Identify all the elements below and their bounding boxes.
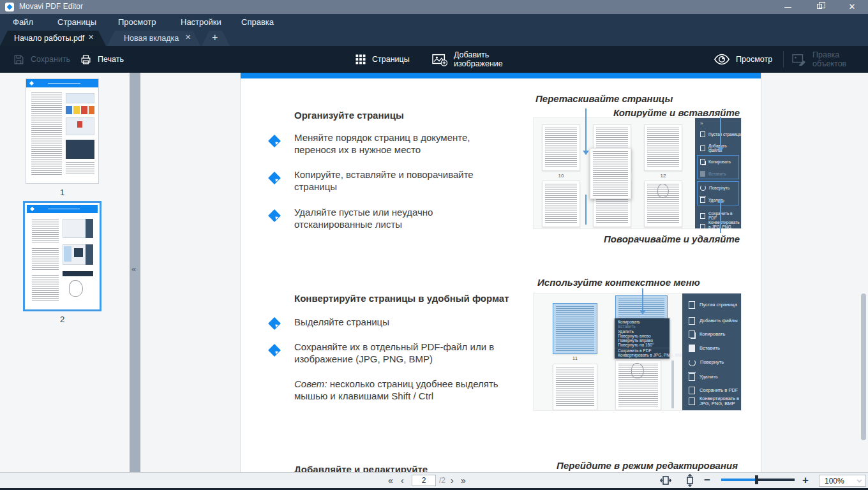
tab-document-close-icon[interactable]: ✕ <box>88 33 94 41</box>
vertical-scrollbar[interactable] <box>861 293 866 440</box>
screenshot-pages-manager: 10 11 12 16 17 18 » Пустая страница Доба… <box>534 118 741 228</box>
printer-icon <box>80 54 92 66</box>
thumb1-header <box>26 79 98 87</box>
page-total-label: /2 <box>439 476 445 485</box>
save-label: Сохранить <box>31 55 70 64</box>
context-menu-item: Повернуть влево <box>615 334 670 338</box>
mini-page <box>644 181 682 227</box>
page-header-band <box>241 73 761 78</box>
thumb2-lines-1 <box>32 219 59 243</box>
tip-text: Совет: несколько страниц удобнее выделят… <box>294 378 498 402</box>
save-icon <box>13 54 25 66</box>
menu-help[interactable]: Справка <box>241 17 274 27</box>
movavi-logo-icon <box>5 3 14 11</box>
section1-bullet2: Копируйте, вставляйте и поворачивайтестр… <box>294 168 474 193</box>
view-mode-button[interactable]: Просмотр <box>714 46 772 73</box>
first-page-button[interactable]: « <box>388 475 393 486</box>
pdf-page: Организуйте страницы Меняйте порядок стр… <box>240 73 761 472</box>
tab-add-button[interactable]: + <box>202 31 230 46</box>
pages-button[interactable]: Страницы <box>355 46 410 73</box>
mini-page-number: 10 <box>542 173 580 179</box>
minimize-icon <box>784 7 791 8</box>
arrow-rotate-icon <box>720 199 721 233</box>
mini-page <box>553 364 597 410</box>
menu-file[interactable]: Файл <box>13 17 33 27</box>
thumbnail-2-number: 2 <box>23 315 101 324</box>
zoom-slider-handle[interactable] <box>755 475 758 484</box>
menu-settings[interactable]: Настройки <box>181 17 221 27</box>
add-image-button[interactable]: Добавитьизображение <box>431 46 503 73</box>
fit-width-icon <box>660 475 671 486</box>
print-button[interactable]: Печать <box>80 46 124 73</box>
mini-menu-item: Пустая страница <box>682 301 741 309</box>
caption-rotate-delete: Поворачивайте и удаляйте <box>604 234 740 244</box>
menu-view[interactable]: Просмотр <box>118 17 156 27</box>
thumb1-icon-orange <box>89 106 94 114</box>
bullet-diamond-icon <box>268 209 281 222</box>
thumb1-text-lines <box>31 92 62 175</box>
last-page-button[interactable]: » <box>461 475 466 486</box>
menu-pages[interactable]: Страницы <box>57 17 96 27</box>
section2-bullet2: Сохраняйте их в отдельный PDF-файл или в… <box>294 341 494 365</box>
mini-menu-item: Добавить файлы <box>682 317 741 325</box>
mini-collapse-icon: » <box>700 121 703 126</box>
thumb2-shot2-menu <box>74 248 83 257</box>
restore-button[interactable] <box>806 0 834 14</box>
context-menu-item: Конвертировать в JPG, PNG, BMP <box>615 353 670 357</box>
view-mode-label: Просмотр <box>736 55 772 64</box>
page-number-input[interactable]: 2 <box>412 475 436 486</box>
tab-document-label: Начало работы.pdf <box>14 34 84 43</box>
mini-menu-item: Копировать <box>682 330 741 338</box>
fit-width-button[interactable] <box>660 475 671 488</box>
section1-title: Организуйте страницы <box>294 110 404 121</box>
thumb2-lines-2 <box>32 248 59 270</box>
mini-page-selected <box>553 303 597 354</box>
page-thumbnail-1[interactable] <box>26 78 99 184</box>
thumb1-icon-red <box>81 106 87 114</box>
close-button[interactable]: ✕ <box>838 0 866 14</box>
mini-page-number: 11 <box>553 355 597 361</box>
tab-document[interactable]: Начало работы.pdf ✕ <box>0 31 106 46</box>
close-icon: ✕ <box>849 2 856 11</box>
sidebar-divider[interactable]: « <box>130 73 140 472</box>
arrow-copy-icon <box>720 117 721 151</box>
eye-icon <box>714 53 730 66</box>
tab-new[interactable]: Новая вкладка ✕ <box>107 31 200 46</box>
minimize-button[interactable] <box>774 0 802 14</box>
section2-title: Конвертируйте страницы в удобный формат <box>294 293 509 304</box>
context-menu-item: Сохранить в PDF <box>615 348 670 353</box>
section2-bullet1: Выделяйте страницы <box>294 316 389 328</box>
next-page-button[interactable]: › <box>451 475 454 486</box>
mini-page-number: 16 <box>542 228 580 228</box>
restore-icon <box>817 4 822 9</box>
edit-objects-button[interactable]: Правкаобъектов <box>791 46 846 73</box>
mini-menu-item: Конвертировать в JPG, PNG, BMP <box>682 396 741 407</box>
edit-objects-icon <box>791 53 807 66</box>
collapse-sidebar-icon[interactable]: « <box>131 264 136 274</box>
fit-height-button[interactable] <box>685 474 695 489</box>
dragged-page <box>590 148 631 199</box>
bullet-diamond-icon <box>268 317 281 330</box>
page-thumbnail-2-selected[interactable] <box>23 201 101 311</box>
context-menu-item: Повернуть на 180° <box>615 343 670 347</box>
main-toolbar: Сохранить Печать Страницы Добавитьизобра… <box>0 46 868 73</box>
zoom-out-button[interactable]: − <box>704 474 710 487</box>
mini-page <box>644 124 682 171</box>
edit-objects-label: Правкаобъектов <box>812 50 846 68</box>
zoom-level-dropdown[interactable]: 100% <box>819 475 866 487</box>
zoom-in-button[interactable]: + <box>802 474 809 487</box>
caption-edit-mode: Перейдите в режим редактирования <box>557 460 738 471</box>
highlight-box-copy-paste <box>697 155 739 179</box>
tab-bar: Начало работы.pdf ✕ Новая вкладка ✕ + <box>0 31 868 46</box>
section1-bullet1: Меняйте порядок страниц в документе,пере… <box>294 131 470 156</box>
mini-sidebar: » Пустая страница Добавить файлы Копиров… <box>695 118 741 228</box>
mini-page-number: 12 <box>644 173 682 179</box>
movavi-pdf-editor-window: Movavi PDF Editor ✕ Файл Страницы Просмо… <box>0 0 868 490</box>
previous-page-button[interactable]: ‹ <box>401 475 404 486</box>
mini-menu-item: Сохранить в PDF <box>682 387 741 394</box>
save-button[interactable]: Сохранить <box>13 46 70 73</box>
context-menu-item: Копировать <box>615 320 670 324</box>
tab-new-close-icon[interactable]: ✕ <box>185 33 191 41</box>
mini-page-number: 18 <box>644 228 682 228</box>
bullet-diamond-icon <box>268 344 281 357</box>
